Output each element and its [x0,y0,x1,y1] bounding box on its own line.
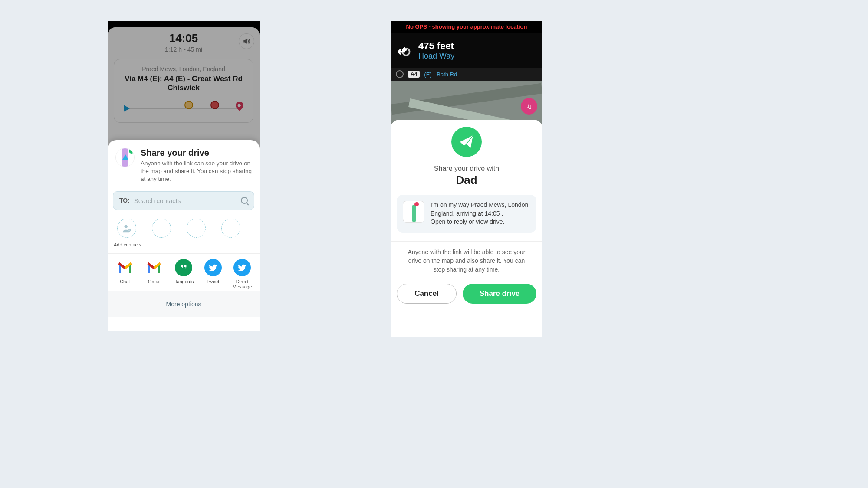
contact-slot-empty[interactable] [221,219,240,238]
share-label: Gmail [148,279,161,284]
route-via-label: Via M4 (E); A4 (E) - Great West Rd Chisw… [119,74,248,93]
timeline-end-pin-icon [234,100,245,111]
navigation-bar: 475 feet Hoad Way [391,33,542,68]
share-label: Chat [120,279,130,284]
add-contact-icon [122,223,132,233]
message-preview-card: I'm on my way Praed Mews, London, Englan… [397,195,536,233]
share-label: Hangouts [173,279,194,284]
share-label: Tweet [207,279,219,284]
roundabout-mini-icon [396,70,404,78]
svg-point-0 [125,225,128,228]
share-option-dm[interactable]: Direct Message [228,259,256,289]
twitter-dm-icon [233,259,251,276]
phone-confirm-share-screen: No GPS - showing your approximate locati… [391,21,542,337]
nav-street-name: Hoad Way [418,52,454,61]
search-icon [241,197,248,204]
share-with-name: Dad [391,174,542,187]
share-option-gmail[interactable]: Gmail [140,259,168,289]
cancel-button[interactable]: Cancel [397,284,457,304]
gmail-chat-icon [116,259,134,276]
destination-label: Praed Mews, London, England [119,66,248,72]
share-with-label: Share your drive with [391,165,542,173]
eta-time: 14:05 [114,32,253,45]
gps-warning-banner: No GPS - showing your approximate locati… [391,23,542,30]
message-text: I'm on my way Praed Mews, London, Englan… [431,201,530,226]
timeline-start-icon [124,105,130,112]
confirm-description: Anyone with the link will be able to see… [391,248,542,274]
search-contacts-field[interactable]: TO: [113,191,254,210]
timeline-warning-icon [184,101,193,109]
search-input[interactable] [134,197,241,204]
timeline-hazard-icon [210,101,219,109]
sheet-description: Anyone with the link can see your drive … [141,160,252,183]
share-option-tweet[interactable]: Tweet [199,259,227,289]
share-drive-button[interactable]: Share drive [463,284,536,304]
search-to-label: TO: [119,197,130,204]
action-row: Cancel Share drive [391,274,542,304]
add-contacts-label: Add contacts [108,241,260,253]
nav-distance: 475 feet [418,40,454,52]
map-thumbnail-icon [115,148,135,167]
next-step-bar: A4 (E) - Bath Rd [391,68,542,81]
hangouts-icon [175,259,192,276]
sheet-title: Share your drive [141,148,252,158]
route-timeline [119,104,248,113]
music-icon: ♫ [526,102,532,111]
share-option-chat[interactable]: Chat [111,259,139,289]
next-road-name: (E) - Bath Rd [424,71,457,78]
gmail-icon [145,259,163,276]
share-label: Direct Message [228,279,256,289]
phone-share-drive-screen: 14:05 1:12 h • 45 mi Praed Mews, London,… [108,21,260,331]
send-badge [451,127,482,157]
more-options-link[interactable]: More options [108,291,260,317]
route-card: Praed Mews, London, England Via M4 (E); … [114,59,253,123]
music-button[interactable]: ♫ [521,98,537,115]
share-options-row: Chat Gmail [108,254,260,291]
speaker-icon [242,37,251,46]
eta-subtext: 1:12 h • 45 mi [114,46,253,53]
sound-button[interactable] [239,33,254,49]
route-thumbnail-icon [403,201,424,223]
share-option-hangouts[interactable]: Hangouts [170,259,197,289]
twitter-icon [204,259,222,276]
share-drive-sheet: Share your drive Anyone with the link ca… [108,140,260,331]
confirm-share-sheet: Share your drive with Dad I'm on my way … [391,120,542,337]
divider [391,241,542,242]
contact-slots-row [108,216,260,241]
contact-slot-empty[interactable] [152,219,171,238]
contact-slot-empty[interactable] [187,219,206,238]
add-contact-slot[interactable] [117,219,136,238]
roundabout-turn-icon [397,43,412,58]
paper-plane-icon [459,134,474,150]
road-chip: A4 [408,71,420,78]
